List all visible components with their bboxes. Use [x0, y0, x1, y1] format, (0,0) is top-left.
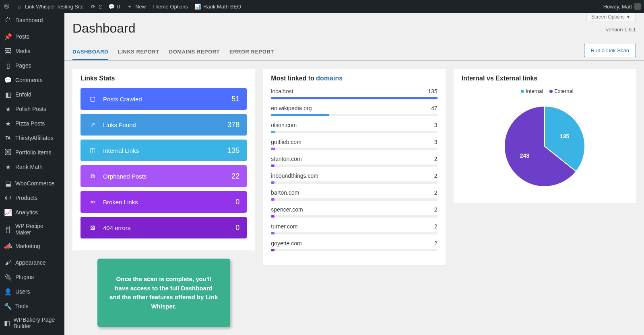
domain-name: inboundthings.com — [271, 173, 318, 179]
domain-bar — [271, 114, 437, 116]
stat-posts-crawled[interactable]: ▢Posts Crawled51 — [80, 88, 247, 110]
tab-domains-report[interactable]: DOMAINS REPORT — [169, 45, 220, 60]
domains-link[interactable]: domains — [316, 75, 343, 82]
domain-bar — [271, 164, 437, 167]
star-icon: ★ — [4, 163, 12, 171]
stat-404-errors[interactable]: ⊠404 errors0 — [80, 217, 247, 238]
sidebar-item-wpbakery[interactable]: ◧WPBakery Page Builder — [0, 313, 64, 333]
sidebar-item-thirstyaffiliates[interactable]: TAThirstyAffiliates — [0, 131, 64, 145]
site-title: Link Whisper Testing Site — [25, 4, 84, 10]
theme-options-link[interactable]: Theme Options — [152, 4, 188, 10]
domain-value: 135 — [428, 88, 437, 95]
sidebar-item-enfold[interactable]: ◧Enfold — [0, 87, 64, 102]
domain-name: localhost — [271, 88, 293, 95]
sidebar-item-users[interactable]: 👤Users — [0, 284, 64, 299]
sidebar-item-rank-math[interactable]: ★Rank Math — [0, 160, 64, 174]
domain-row[interactable]: gottlieb.com3 — [271, 139, 437, 150]
updates-link[interactable]: ⟳2 — [90, 3, 102, 10]
domain-name: turner.com — [271, 223, 297, 230]
sidebar-item-media[interactable]: 🖼Media — [0, 44, 64, 58]
sidebar-item-recipe[interactable]: 🍴WP Recipe Maker — [0, 220, 64, 239]
tab-error-report[interactable]: ERROR REPORT — [229, 45, 274, 60]
ta-icon: TA — [4, 134, 12, 142]
pie-chart-card: Internal vs External links Internal Exte… — [454, 69, 636, 203]
enfold-icon: ◧ — [4, 90, 12, 99]
tag-icon: 🏷 — [4, 194, 12, 202]
pizza-icon: ★ — [4, 119, 12, 127]
sidebar-item-posts[interactable]: 📌Posts — [0, 29, 64, 44]
domain-value: 2 — [434, 156, 438, 162]
square-icon: ▢ — [88, 94, 97, 104]
theme-options-label: Theme Options — [152, 4, 188, 10]
plug-icon: 🔌 — [4, 273, 12, 281]
plus-icon: + — [126, 3, 133, 10]
stat-internal-links[interactable]: ◫Internal Links135 — [80, 140, 247, 161]
legend-dot-internal — [521, 90, 524, 93]
tab-links-report[interactable]: LINKS REPORT — [118, 45, 159, 60]
rank-math-link[interactable]: 📊Rank Math SEO — [194, 3, 241, 10]
domain-row[interactable]: localhost135 — [271, 88, 437, 99]
domain-row[interactable]: stanton.com2 — [271, 156, 437, 167]
domain-row[interactable]: en.wikipedia.org47 — [271, 105, 437, 116]
pie-legend: Internal External — [454, 88, 636, 94]
domain-row[interactable]: olson.com3 — [271, 122, 437, 133]
sidebar-item-appearance[interactable]: 🖌Appearance — [0, 255, 64, 270]
screen-options-toggle[interactable]: Screen Options ▼ — [586, 13, 636, 21]
domain-row[interactable]: barton.com2 — [271, 189, 437, 201]
unlink-icon: ⇹ — [88, 197, 97, 207]
domain-bar — [271, 181, 437, 184]
sidebar-item-woocommerce[interactable]: ⬓WooCommerce — [0, 176, 64, 191]
domain-row[interactable]: goyette.com2 — [271, 240, 437, 251]
scan-complete-callout: Once the scan is complete, you'll have a… — [97, 259, 230, 327]
share-icon: ↗ — [88, 120, 97, 129]
run-link-scan-button[interactable]: Run a Link Scan — [584, 44, 636, 57]
stat-orphaned-posts[interactable]: ⧉Orphaned Posts22 — [80, 165, 247, 187]
domain-row[interactable]: spencer.com2 — [271, 206, 437, 218]
sidebar-item-plugins[interactable]: 🔌Plugins — [0, 270, 64, 284]
sidebar-item-comments[interactable]: 💬Comments — [0, 73, 64, 87]
domain-value: 3 — [434, 122, 438, 128]
domains-title: Most linked to domains — [263, 69, 445, 88]
wrench-icon: 🔧 — [4, 302, 12, 310]
sidebar-item-polish-posts[interactable]: ★Polish Posts — [0, 102, 64, 116]
page-title: Dashboard — [72, 21, 636, 36]
domain-value: 2 — [434, 173, 438, 179]
links-stats-title: Links Stats — [72, 69, 255, 88]
sidebar-item-pizza-posts[interactable]: ★Pizza Posts — [0, 116, 64, 131]
chart-icon: 📊 — [194, 3, 201, 10]
sidebar-item-marketing[interactable]: 📣Marketing — [0, 239, 64, 253]
sidebar-item-portfolio[interactable]: 🖼Portfolio Items — [0, 145, 64, 160]
dashboard-icon: ⏱ — [4, 16, 12, 24]
wp-logo[interactable]: ⓦ — [3, 3, 10, 10]
content-area: Screen Options ▼ version 1.6.1 Dashboard… — [64, 13, 644, 335]
sidebar-item-analytics[interactable]: 📈Analytics — [0, 205, 64, 220]
domain-value: 2 — [434, 240, 438, 247]
domain-bar — [271, 97, 437, 99]
stat-broken-links[interactable]: ⇹Broken Links0 — [80, 191, 247, 213]
sidebar-item-products[interactable]: 🏷Products — [0, 191, 64, 205]
new-link[interactable]: +New — [126, 3, 146, 10]
media-icon: 🖼 — [4, 47, 12, 55]
domain-row[interactable]: turner.com2 — [271, 223, 437, 234]
sidebar-item-settings[interactable]: ⚙Settings — [0, 333, 64, 335]
domain-name: goyette.com — [271, 240, 301, 247]
tab-dashboard[interactable]: DASHBOARD — [72, 45, 108, 60]
domain-value: 2 — [434, 189, 438, 196]
domain-bar — [271, 198, 437, 201]
pin-icon: 📌 — [4, 33, 12, 41]
copy-icon: ⧉ — [88, 171, 97, 181]
comments-link[interactable]: 💬0 — [108, 3, 120, 10]
sidebar-item-dashboard[interactable]: ⏱Dashboard — [0, 13, 64, 27]
page-icon: ▯ — [4, 62, 12, 70]
fork-icon: 🍴 — [4, 225, 12, 233]
site-link[interactable]: ⌂Link Whisper Testing Site — [16, 3, 84, 10]
portfolio-icon: 🖼 — [4, 148, 12, 156]
sidebar-item-tools[interactable]: 🔧Tools — [0, 299, 64, 313]
new-label: New — [135, 4, 146, 10]
stat-links-found[interactable]: ↗Links Found378 — [80, 114, 247, 136]
sidebar-item-pages[interactable]: ▯Pages — [0, 58, 64, 73]
legend-dot-external — [549, 90, 553, 93]
user-menu[interactable]: Howdy, Matt — [603, 3, 641, 10]
domain-row[interactable]: inboundthings.com2 — [271, 173, 437, 184]
domain-value: 2 — [434, 223, 438, 230]
